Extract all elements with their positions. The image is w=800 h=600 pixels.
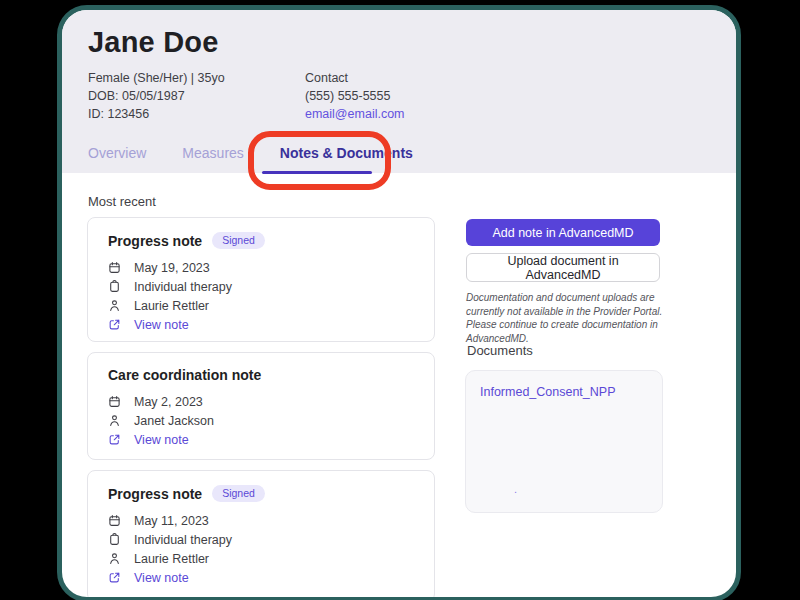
person-icon: [108, 552, 121, 565]
status-badge: Signed: [212, 232, 265, 249]
calendar-icon: [108, 395, 121, 408]
calendar-icon: [108, 514, 121, 527]
tab-notes-documents[interactable]: Notes & Documents: [280, 145, 413, 161]
patient-profile-window: Jane Doe Female (She/Her) | 35yo DOB: 05…: [57, 5, 741, 600]
contact-label: Contact: [305, 69, 405, 87]
upload-document-button[interactable]: Upload document in AdvancedMD: [466, 253, 660, 282]
patient-phone: (555) 555-5555: [305, 87, 405, 105]
note-provider-row: Janet Jackson: [108, 411, 414, 430]
view-note-row: View note: [108, 568, 414, 587]
note-card: Care coordination note May 2, 2023 Janet…: [87, 352, 435, 460]
patient-header: Jane Doe Female (She/Her) | 35yo DOB: 05…: [62, 10, 736, 173]
view-note-link[interactable]: View note: [134, 318, 189, 332]
note-date-row: May 2, 2023: [108, 392, 414, 411]
note-type: Individual therapy: [134, 280, 232, 294]
note-provider: Janet Jackson: [134, 414, 214, 428]
patient-id: ID: 123456: [88, 105, 225, 123]
patient-name: Jane Doe: [88, 26, 219, 59]
patient-demographics-block: Female (She/Her) | 35yo DOB: 05/05/1987 …: [88, 69, 225, 123]
stray-mark: .: [514, 483, 517, 495]
add-note-button[interactable]: Add note in AdvancedMD: [466, 219, 660, 246]
clipboard-icon: [108, 533, 121, 546]
patient-contact-block: Contact (555) 555-5555 email@email.com: [305, 69, 405, 123]
most-recent-label: Most recent: [88, 194, 156, 209]
document-link[interactable]: Informed_Consent_NPP: [480, 385, 616, 399]
screenshot-root: Jane Doe Female (She/Her) | 35yo DOB: 05…: [0, 0, 800, 600]
view-note-link[interactable]: View note: [134, 571, 189, 585]
tab-bar: Overview Measures Notes & Documents: [88, 145, 413, 161]
note-title: Care coordination note: [108, 367, 261, 383]
note-date-row: May 19, 2023: [108, 258, 414, 277]
tab-overview[interactable]: Overview: [88, 145, 146, 161]
active-tab-underline: [262, 171, 372, 174]
note-date: May 2, 2023: [134, 395, 203, 409]
note-provider-row: Laurie Rettler: [108, 296, 414, 315]
view-note-row: View note: [108, 430, 414, 449]
note-title: Progress note: [108, 486, 202, 502]
person-icon: [108, 299, 121, 312]
external-link-icon: [108, 318, 121, 331]
note-card: Progress note Signed May 11, 2023 Indivi…: [87, 470, 435, 600]
note-provider: Laurie Rettler: [134, 552, 209, 566]
note-date: May 11, 2023: [134, 514, 209, 528]
note-title: Progress note: [108, 233, 202, 249]
note-type: Individual therapy: [134, 533, 232, 547]
view-note-row: View note: [108, 315, 414, 334]
note-type-row: Individual therapy: [108, 277, 414, 296]
note-date: May 19, 2023: [134, 261, 210, 275]
note-provider-row: Laurie Rettler: [108, 549, 414, 568]
patient-dob: DOB: 05/05/1987: [88, 87, 225, 105]
documents-label: Documents: [467, 343, 533, 358]
external-link-icon: [108, 433, 121, 446]
documents-panel: Informed_Consent_NPP .: [465, 370, 663, 513]
status-badge: Signed: [212, 485, 265, 502]
patient-email-link[interactable]: email@email.com: [305, 105, 405, 123]
note-type-row: Individual therapy: [108, 530, 414, 549]
documentation-disclaimer: Documentation and document uploads are c…: [466, 291, 670, 345]
clipboard-icon: [108, 280, 121, 293]
view-note-link[interactable]: View note: [134, 433, 189, 447]
note-card: Progress note Signed May 19, 2023 Indivi…: [87, 217, 435, 342]
notes-list: Progress note Signed May 19, 2023 Indivi…: [87, 217, 435, 600]
person-icon: [108, 414, 121, 427]
note-date-row: May 11, 2023: [108, 511, 414, 530]
tab-measures[interactable]: Measures: [182, 145, 243, 161]
note-provider: Laurie Rettler: [134, 299, 209, 313]
patient-demographics: Female (She/Her) | 35yo: [88, 69, 225, 87]
external-link-icon: [108, 571, 121, 584]
calendar-icon: [108, 261, 121, 274]
